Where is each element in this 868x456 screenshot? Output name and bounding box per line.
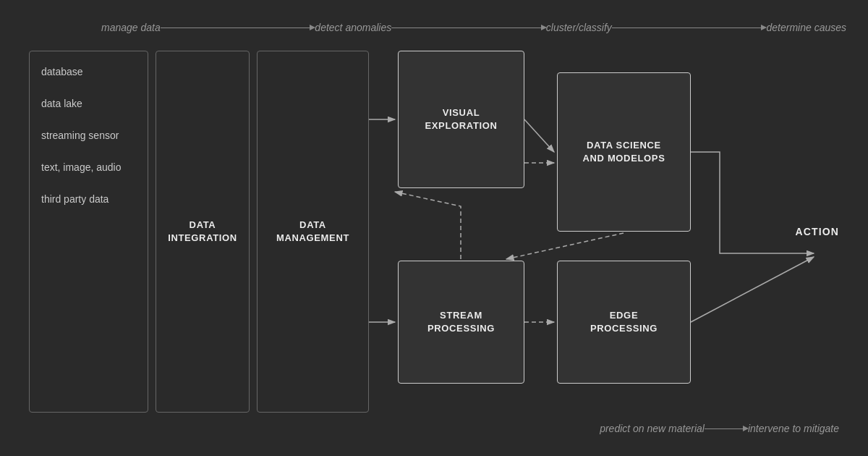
main-area: database data lake streaming sensor text… (29, 51, 839, 413)
data-sources-list: database data lake streaming sensor text… (30, 51, 148, 219)
svg-line-6 (524, 119, 554, 152)
svg-line-10 (691, 257, 814, 322)
flow-arrow-1 (161, 28, 315, 28)
source-text-image: text, image, audio (41, 161, 136, 173)
source-streaming: streaming sensor (41, 130, 136, 141)
flow-arrow-3 (612, 28, 767, 28)
flow-label-cluster: cluster/classify (546, 22, 612, 33)
data-science-label: DATA SCIENCEAND MODELOPS (583, 139, 665, 165)
visual-exploration-box: VISUALEXPLORATION (398, 51, 524, 188)
top-flow: manage data detect anomalies cluster/cla… (101, 20, 846, 35)
stream-processing-label: STREAMPROCESSING (427, 309, 495, 335)
data-sources-box: database data lake streaming sensor text… (29, 51, 148, 413)
edge-processing-label: EDGEPROCESSING (590, 309, 658, 335)
flow-arrow-2 (391, 28, 546, 28)
data-management-box: DATAMANAGEMENT (257, 51, 369, 413)
edge-processing-box: EDGEPROCESSING (557, 261, 691, 384)
bottom-flow: predict on new material intervene to mit… (600, 421, 839, 436)
stream-processing-box: STREAMPROCESSING (398, 261, 524, 384)
visual-exploration-label: VISUALEXPLORATION (425, 106, 497, 132)
flow-label-detect: detect anomalies (315, 22, 391, 33)
diagram-container: manage data detect anomalies cluster/cla… (0, 0, 868, 456)
source-data-lake: data lake (41, 98, 136, 109)
svg-line-8 (506, 233, 624, 259)
data-management-label: DATAMANAGEMENT (276, 219, 349, 245)
flow-label-predict: predict on new material (600, 423, 705, 434)
source-third-party: third party data (41, 193, 136, 205)
source-database: database (41, 66, 136, 77)
flow-label-manage: manage data (101, 22, 161, 33)
flow-arrow-bottom (705, 428, 748, 429)
action-label: ACTION (796, 226, 839, 237)
data-integration-label: DATAINTEGRATION (168, 219, 237, 245)
data-integration-box: DATAINTEGRATION (156, 51, 250, 413)
flow-label-determine: determine causes (766, 22, 846, 33)
data-science-box: DATA SCIENCEAND MODELOPS (557, 72, 691, 232)
flow-label-intervene: intervene to mitigate (748, 423, 839, 434)
